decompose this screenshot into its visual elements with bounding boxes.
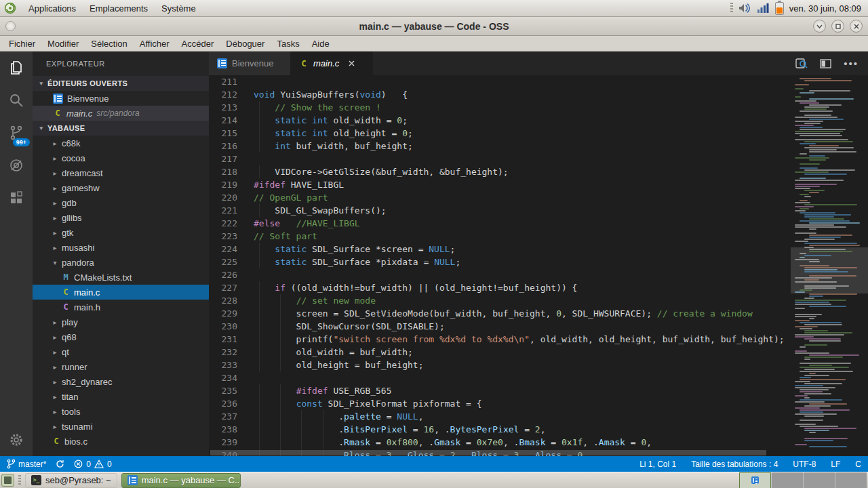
problems-item[interactable]: 0 0 — [74, 460, 111, 469]
code-line[interactable]: 218 VIDCore->GetGlSize(&buf_width, &buf_… — [209, 165, 868, 178]
code-line[interactable]: 233 old_height = buf_height; — [209, 359, 868, 371]
show-desktop-icon[interactable] — [1, 474, 14, 487]
code-line[interactable]: 225 static SDL_Surface *pixdata = NULL; — [209, 256, 868, 268]
tab-size[interactable]: Taille des tabulations : 4 — [691, 460, 778, 469]
code-line[interactable]: 212void YuiSwapBuffers(void) { — [209, 88, 868, 101]
debug-icon[interactable] — [0, 149, 33, 182]
code-line[interactable]: 235 #ifdef USE_RGB_565 — [209, 384, 868, 397]
code-line[interactable]: 230 SDL_ShowCursor(SDL_DISABLE); — [209, 320, 868, 333]
tree-item-main.c[interactable]: Cmain.c — [33, 285, 209, 300]
panel-menu-applications[interactable]: Applications — [23, 2, 81, 15]
tree-item-runner[interactable]: ▸runner — [33, 359, 209, 374]
menu-déboguer[interactable]: Déboguer — [220, 37, 271, 50]
project-header[interactable]: ▾ YABAUSE — [33, 121, 209, 136]
taskbar-terminal-button[interactable]: >_ seb@Pyraseb: ~ — [25, 473, 117, 488]
tree-item-gllibs[interactable]: ▸gllibs — [33, 210, 209, 225]
clock[interactable]: ven. 30 juin, 08:09 — [789, 3, 864, 14]
tab-main-c[interactable]: C main.c — [291, 52, 373, 75]
battery-icon[interactable] — [775, 2, 784, 15]
workspace-3[interactable] — [803, 472, 835, 488]
volume-icon[interactable] — [738, 3, 752, 14]
cursor-position[interactable]: Li 1, Col 1 — [639, 460, 676, 469]
close-tab-icon[interactable] — [348, 60, 355, 67]
git-branch-item[interactable]: master* — [7, 459, 46, 469]
open-editor-main-c[interactable]: C main.c src/pandora — [33, 106, 209, 121]
tree-item-sh2_dynarec[interactable]: ▸sh2_dynarec — [33, 374, 209, 389]
scrollbar-thumb[interactable] — [210, 450, 766, 455]
tree-item-CMakeLists.txt[interactable]: MCMakeLists.txt — [33, 270, 209, 285]
applet-handle[interactable] — [18, 475, 21, 486]
menu-fichier[interactable]: Fichier — [3, 37, 41, 50]
menu-tasks[interactable]: Tasks — [271, 37, 305, 50]
code-line[interactable]: 234 — [209, 371, 868, 384]
code-line[interactable]: 213 // Show the screen ! — [209, 101, 868, 114]
code-line[interactable]: 239 .Rmask = 0xf800, .Gmask = 0x7e0, .Bm… — [209, 436, 868, 449]
encoding[interactable]: UTF-8 — [793, 460, 816, 469]
menu-aide[interactable]: Aide — [306, 37, 336, 50]
menu-modifier[interactable]: Modifier — [41, 37, 85, 50]
menu-sélection[interactable]: Sélection — [85, 37, 133, 50]
eol[interactable]: LF — [831, 460, 840, 469]
tree-item-c68k[interactable]: ▸c68k — [33, 136, 209, 150]
code-line[interactable]: 221 SDL_GL_SwapBuffers(); — [209, 204, 868, 217]
tree-item-pandora[interactable]: ▾pandora — [33, 255, 209, 270]
code-line[interactable]: 232 old_width = buf_width; — [209, 346, 868, 359]
tree-item-q68[interactable]: ▸q68 — [33, 329, 209, 344]
code-line[interactable]: 215 static int old_height = 0; — [209, 127, 868, 140]
tree-item-main.h[interactable]: Cmain.h — [33, 300, 209, 314]
code-line[interactable]: 224 static SDL_Surface *screen = NULL; — [209, 243, 868, 256]
tree-item-tools[interactable]: ▸tools — [33, 404, 209, 419]
search-icon[interactable] — [0, 84, 33, 117]
code-line[interactable]: 229 screen = SDL_SetVideoMode(buf_width,… — [209, 307, 868, 320]
code-line[interactable]: 219#ifdef HAVE_LIBGL — [209, 178, 868, 191]
open-editors-header[interactable]: ▾ ÉDITEURS OUVERTS — [33, 76, 209, 91]
tree-item-gdb[interactable]: ▸gdb — [33, 195, 209, 210]
network-signal-icon[interactable] — [757, 3, 770, 14]
tree-item-gtk[interactable]: ▸gtk — [33, 225, 209, 240]
tree-item-qt[interactable]: ▸qt — [33, 344, 209, 359]
tree-item-cocoa[interactable]: ▸cocoa — [33, 150, 209, 165]
code-line[interactable]: 226 — [209, 268, 868, 281]
code-line[interactable]: 217 — [209, 152, 868, 165]
applet-handle[interactable] — [730, 3, 733, 14]
distro-logo-icon[interactable] — [4, 2, 16, 14]
tree-item-play[interactable]: ▸play — [33, 314, 209, 329]
code-editor[interactable]: 211212void YuiSwapBuffers(void) {213 // … — [209, 75, 868, 456]
panel-menu-emplacements[interactable]: Emplacements — [84, 2, 153, 15]
more-actions-icon[interactable]: ••• — [844, 60, 859, 67]
minimap[interactable] — [791, 75, 868, 456]
tree-item-dreamcast[interactable]: ▸dreamcast — [33, 165, 209, 180]
code-line[interactable]: 223// Soft part — [209, 230, 868, 243]
open-editor-bienvenue[interactable]: Bienvenue — [33, 91, 209, 106]
tab-bienvenue[interactable]: Bienvenue — [209, 52, 291, 75]
panel-menu-système[interactable]: Système — [156, 2, 201, 15]
workspace-4[interactable] — [835, 472, 867, 488]
code-line[interactable]: 238 .BitsPerPixel = 16, .BytesPerPixel =… — [209, 423, 868, 436]
code-line[interactable]: 211 — [209, 75, 868, 88]
taskbar-editor-button[interactable]: main.c — yabause — C... — [121, 473, 241, 488]
sync-item[interactable] — [56, 460, 64, 468]
workspace-2[interactable] — [771, 472, 803, 488]
find-in-file-icon[interactable] — [795, 58, 808, 69]
source-control-icon[interactable]: 99+ — [0, 117, 33, 149]
workspace-1[interactable] — [739, 472, 771, 488]
tree-item-bios.c[interactable]: Cbios.c — [33, 434, 209, 449]
horizontal-scrollbar[interactable] — [209, 449, 791, 456]
menu-afficher[interactable]: Afficher — [134, 37, 176, 50]
language-mode[interactable]: C — [855, 460, 861, 469]
tree-item-gameshw[interactable]: ▸gameshw — [33, 180, 209, 195]
tree-item-musashi[interactable]: ▸musashi — [33, 240, 209, 255]
code-line[interactable]: 236 const SDL_PixelFormat pixformat = { — [209, 397, 868, 410]
code-line[interactable]: 228 // set new mode — [209, 294, 868, 307]
menu-accéder[interactable]: Accéder — [176, 37, 220, 50]
shade-button[interactable] — [813, 20, 826, 33]
code-line[interactable]: 227 if ((old_width!=buf_width) || (old_h… — [209, 281, 868, 294]
maximize-button[interactable] — [831, 20, 844, 33]
extensions-icon[interactable] — [0, 182, 33, 214]
code-line[interactable]: 220// OpenGL part — [209, 191, 868, 204]
close-button[interactable] — [850, 20, 863, 33]
explorer-icon[interactable] — [0, 52, 33, 84]
code-line[interactable]: 216 int buf_width, buf_height; — [209, 140, 868, 152]
settings-gear-icon[interactable] — [0, 424, 33, 456]
tree-item-tsunami[interactable]: ▸tsunami — [33, 419, 209, 434]
